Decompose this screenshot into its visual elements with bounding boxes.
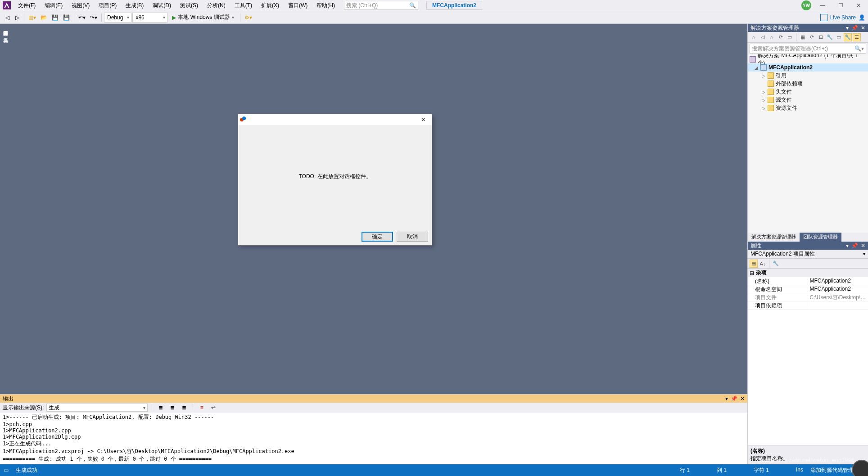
se-close-icon[interactable]: ✕ — [861, 25, 865, 31]
out-tb-3[interactable]: ≣ — [180, 403, 189, 413]
open-file-button[interactable]: 📂 — [39, 13, 49, 22]
menu-item[interactable]: 测试(S) — [176, 0, 202, 11]
platform-combo[interactable]: x86 — [132, 13, 167, 22]
menu-item[interactable]: 扩展(X) — [258, 0, 283, 11]
solution-tree[interactable]: 解决方案"MFCApplication2"(1 个项目/共 1 个) ◢ MFC… — [748, 54, 868, 233]
expand-caret-icon[interactable]: ▷ — [761, 73, 766, 78]
se-dropdown-icon[interactable]: ▾ — [846, 25, 849, 31]
property-row[interactable]: 根命名空间 MFCApplication2 — [748, 285, 868, 293]
props-close-icon[interactable]: ✕ — [861, 242, 865, 249]
se-btn5[interactable]: ▭ — [786, 33, 794, 41]
new-project-button[interactable]: ▥▾ — [27, 13, 38, 22]
redo-button[interactable]: ↷▾ — [88, 13, 99, 22]
tree-node[interactable]: ▷ 引用 — [748, 72, 868, 80]
props-category[interactable]: ⊟ 杂项 — [748, 269, 868, 277]
menu-item[interactable]: 编辑(E) — [41, 0, 66, 11]
property-value[interactable] — [808, 301, 868, 310]
tree-node[interactable]: 外部依赖项 — [748, 80, 868, 88]
dialog-close-button[interactable]: ✕ — [416, 117, 430, 123]
se-sync-icon[interactable]: ⟳ — [777, 33, 785, 41]
panel-close-icon[interactable]: ✕ — [740, 395, 745, 402]
out-tb-2[interactable]: ≣ — [168, 403, 177, 413]
panel-pin-icon[interactable]: 📌 — [731, 395, 737, 402]
expand-caret-icon[interactable]: ◢ — [754, 65, 759, 70]
liveshare-button[interactable]: Live Share — [830, 14, 856, 21]
output-source-combo[interactable]: 生成 — [46, 404, 148, 412]
save-all-button[interactable]: 💾 — [61, 13, 72, 22]
nav-back-button[interactable]: ◁ — [3, 13, 12, 22]
properties-title[interactable]: 属性 ▾ 📌 ✕ — [748, 242, 868, 250]
tab-solution-explorer[interactable]: 解决方案资源管理器 — [748, 233, 800, 242]
props-categorized-icon[interactable]: ▤ — [750, 260, 758, 268]
se-filter-icon[interactable]: ☰ — [853, 33, 861, 41]
output-text[interactable]: 1>------ 已启动生成: 项目: MFCApplication2, 配置:… — [0, 413, 747, 464]
out-tb-clear[interactable]: ≡ — [197, 403, 206, 413]
menu-item[interactable]: 生成(B) — [122, 0, 147, 11]
props-alpha-icon[interactable]: A↓ — [759, 260, 767, 268]
tool-button[interactable]: ⚙▾ — [243, 13, 254, 22]
dialog-titlebar[interactable]: ✕ — [238, 114, 432, 125]
undo-button[interactable]: ↶▾ — [77, 13, 87, 22]
tree-node[interactable]: ▷ 头文件 — [748, 88, 868, 96]
panel-dropdown-icon[interactable]: ▾ — [725, 395, 728, 402]
solution-explorer-title[interactable]: 解决方案资源管理器 ▾ 📌 ✕ — [748, 24, 868, 32]
out-tb-1[interactable]: ≣ — [156, 403, 165, 413]
menu-item[interactable]: 文件(F) — [14, 0, 39, 11]
se-back-icon[interactable]: ◁ — [759, 33, 767, 41]
property-value[interactable]: MFCApplication2 — [808, 285, 868, 293]
toolbox-tab[interactable]: 工具箱 — [1, 31, 10, 37]
menu-item[interactable]: 项目(P) — [95, 0, 120, 11]
minimize-button[interactable]: — — [816, 1, 829, 10]
se-props-icon[interactable]: 🔧 — [826, 33, 834, 41]
close-button[interactable]: ✕ — [852, 1, 865, 10]
menu-item[interactable]: 分析(N) — [203, 0, 229, 11]
feedback-icon[interactable]: 👤 — [859, 14, 865, 21]
output-panel-title[interactable]: 输出 ▾ 📌 ✕ — [0, 395, 747, 403]
expand-caret-icon[interactable]: ▷ — [761, 98, 766, 103]
menu-item[interactable]: 调试(D) — [149, 0, 175, 11]
se-refresh-icon[interactable]: ⟳ — [808, 33, 816, 41]
property-value[interactable]: MFCApplication2 — [808, 277, 868, 285]
properties-object-combo[interactable]: MFCApplication2 项目属性 ▾ — [748, 250, 868, 259]
property-row[interactable]: 项目文件 C:\Users\容\Desktop\MFCApp — [748, 293, 868, 301]
property-row[interactable]: 项目依赖项 — [748, 301, 868, 310]
out-tb-wrap[interactable]: ↩ — [209, 403, 218, 413]
menu-item[interactable]: 工具(T) — [231, 0, 256, 11]
menu-item[interactable]: 窗口(W) — [285, 0, 311, 11]
configuration-combo[interactable]: Debug — [104, 13, 131, 22]
tree-node[interactable]: ▷ 资源文件 — [748, 104, 868, 112]
expand-caret-icon[interactable]: ▷ — [761, 106, 766, 111]
nav-fwd-button[interactable]: ▷ — [13, 13, 22, 22]
se-search-input[interactable]: 搜索解决方案资源管理器(Ctrl+;) 🔍▾ — [750, 44, 866, 54]
props-pin-icon[interactable]: 📌 — [851, 242, 858, 249]
menu-item[interactable]: 视图(V) — [68, 0, 93, 11]
se-showall-icon[interactable]: ▦ — [799, 33, 807, 41]
source-control-link[interactable]: 添加到源代码管理 — [810, 467, 854, 474]
output-panel: 输出 ▾ 📌 ✕ 显示输出来源(S): 生成 ≣ ≣ ≣ ≡ ↩ 1>-----… — [0, 394, 747, 464]
property-value[interactable]: C:\Users\容\Desktop\MFCApp — [808, 293, 868, 301]
ok-button[interactable]: 确定 — [362, 232, 393, 242]
collapse-icon[interactable]: ⊟ — [750, 270, 754, 276]
tree-node[interactable]: ▷ 源文件 — [748, 96, 868, 104]
solution-node[interactable]: 解决方案"MFCApplication2"(1 个项目/共 1 个) — [748, 55, 868, 63]
se-preview-icon[interactable]: ▭ — [835, 33, 843, 41]
props-pages-icon[interactable]: 🔧 — [772, 260, 780, 268]
server-explorer-tab[interactable]: 服务器资源管理器 — [1, 24, 10, 30]
props-dropdown-icon[interactable]: ▾ — [846, 242, 849, 249]
user-avatar[interactable]: YW — [801, 0, 811, 10]
save-button[interactable]: 💾 — [50, 13, 60, 22]
start-debug-button[interactable]: ▶ 本地 Windows 调试器 ▾ — [168, 13, 237, 22]
se-collapse-icon[interactable]: ⊟ — [817, 33, 825, 41]
se-home-icon[interactable]: ⌂ — [750, 33, 758, 41]
global-search-input[interactable]: 搜索 (Ctrl+Q) 🔍 — [344, 1, 418, 10]
properties-grid[interactable]: ⊟ 杂项 (名称) MFCApplication2 根命名空间 MFCAppli… — [748, 269, 868, 445]
se-home2-icon[interactable]: ⌂ — [768, 33, 776, 41]
menu-item[interactable]: 帮助(H) — [313, 0, 339, 11]
cancel-button[interactable]: 取消 — [397, 232, 428, 242]
tab-team-explorer[interactable]: 团队资源管理器 — [800, 233, 841, 242]
se-wrench-icon[interactable]: 🔧 — [844, 33, 852, 41]
property-row[interactable]: (名称) MFCApplication2 — [748, 277, 868, 285]
expand-caret-icon[interactable]: ▷ — [761, 90, 766, 94]
se-pin-icon[interactable]: 📌 — [851, 25, 858, 31]
maximize-button[interactable]: ☐ — [834, 1, 847, 10]
